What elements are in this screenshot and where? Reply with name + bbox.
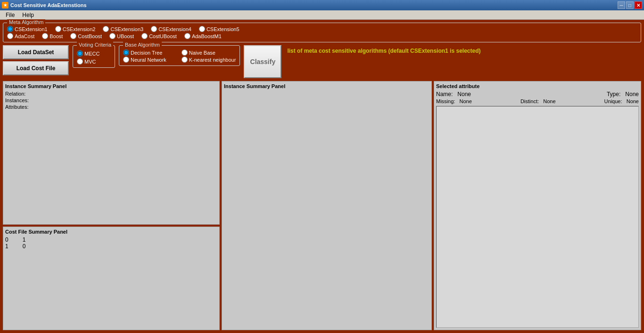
- close-button[interactable]: ✕: [635, 1, 642, 9]
- radio-neural-network[interactable]: Neural Network: [123, 57, 178, 63]
- attr-missing-value: None: [460, 98, 472, 104]
- relation-field: Relation:: [5, 91, 217, 97]
- bottom-panels: Instance Summary Panel Relation: Instanc…: [3, 81, 641, 330]
- cost-file-summary-title: Cost File Summary Panel: [5, 229, 217, 235]
- meta-algorithm-row2: AdaCost Boost CostBoost UBoost CostUBoos…: [7, 33, 637, 39]
- radio-csext4-input[interactable]: [151, 26, 157, 32]
- base-algorithm-group: Base Algorithm Decision Tree Naive Base …: [119, 45, 240, 66]
- maximize-button[interactable]: □: [626, 1, 634, 9]
- attr-unique-value: None: [627, 98, 639, 104]
- radio-decision-tree[interactable]: Decision Tree: [123, 49, 178, 56]
- radio-csext5-input[interactable]: [199, 26, 205, 32]
- radio-knn[interactable]: K-nearest neighbour: [182, 57, 236, 63]
- selected-attribute-panel: Selected attribute Name: None Type: None: [434, 81, 641, 330]
- annotation-text: list of meta cost sensitive algorithms (…: [285, 45, 641, 57]
- panel-left: Instance Summary Panel Relation: Instanc…: [3, 81, 220, 330]
- cost-row-header: 0 1: [5, 236, 217, 243]
- button-panel: Load DataSet Load Cost File: [3, 45, 69, 75]
- controls-row: Load DataSet Load Cost File Voting Crite…: [3, 45, 641, 78]
- radio-boost-input[interactable]: [42, 33, 48, 39]
- radio-mvc[interactable]: MVC: [77, 58, 111, 65]
- attributes-field: Attributes:: [5, 104, 217, 110]
- menu-bar: File Help: [0, 10, 644, 20]
- meta-algorithm-row1: CSExtension1 CSExtension2 CSExtension3 C…: [7, 26, 637, 32]
- instance-summary-center-title: Instance Summary Panel: [224, 83, 429, 89]
- load-dataset-button[interactable]: Load DataSet: [3, 45, 69, 59]
- attr-header-row2: Missing: None Distinct: None Unique: Non…: [436, 98, 639, 104]
- radio-adacost[interactable]: AdaCost: [7, 33, 34, 39]
- cost-cell-1-1: 0: [23, 243, 26, 250]
- radio-dt-input[interactable]: [123, 49, 129, 56]
- cost-table: 0 1 1 0: [5, 236, 217, 250]
- radio-csext2-input[interactable]: [55, 26, 61, 32]
- radio-nb-input[interactable]: [182, 49, 188, 56]
- radio-naive-base[interactable]: Naive Base: [182, 49, 236, 56]
- radio-csext2[interactable]: CSExtension2: [55, 26, 96, 32]
- radio-csext3[interactable]: CSExtension3: [103, 26, 143, 32]
- radio-nn-input[interactable]: [123, 57, 129, 63]
- title-bar: ★ Cost Sensitive AdaExtenstions ─ □ ✕: [0, 0, 644, 10]
- cost-row-data: 1 0: [5, 243, 217, 250]
- radio-costboost-input[interactable]: [70, 33, 76, 39]
- radio-csext1-input[interactable]: [7, 26, 13, 32]
- radio-uboost-input[interactable]: [109, 33, 116, 39]
- panel-center: Instance Summary Panel: [222, 81, 432, 330]
- panel-right: Selected attribute Name: None Type: None: [434, 81, 641, 330]
- voting-criteria-group: Voting Criteria MECC MVC: [73, 45, 115, 68]
- main-content: Meta Algorithm CSExtension1 CSExtension2…: [0, 20, 644, 333]
- selected-attribute-title: Selected attribute: [436, 83, 639, 89]
- menu-help[interactable]: Help: [18, 11, 38, 19]
- radio-costuboost-input[interactable]: [141, 33, 148, 39]
- attr-unique-label: Unique: None: [604, 98, 639, 104]
- radio-adaboostm1-input[interactable]: [184, 33, 190, 39]
- radio-knn-input[interactable]: [182, 57, 188, 63]
- instance-summary-left: Instance Summary Panel Relation: Instanc…: [3, 81, 220, 225]
- attr-missing-label: Missing: None: [436, 98, 472, 104]
- radio-costboost[interactable]: CostBoost: [70, 33, 102, 39]
- app-icon: ★: [2, 2, 8, 8]
- base-algorithm-label: Base Algorithm: [123, 42, 162, 48]
- meta-algorithm-label: Meta Algorithm: [7, 19, 45, 25]
- radio-csext4[interactable]: CSExtension4: [151, 26, 191, 32]
- title-bar-left: ★ Cost Sensitive AdaExtenstions: [2, 2, 87, 8]
- cost-col0-header: 0: [5, 236, 8, 243]
- radio-mvc-input[interactable]: [77, 58, 83, 65]
- menu-file[interactable]: File: [2, 11, 18, 19]
- title-bar-text: Cost Sensitive AdaExtenstions: [10, 2, 87, 8]
- attribute-display-area: [436, 106, 639, 328]
- radio-csext3-input[interactable]: [103, 26, 109, 32]
- attr-header-row1: Name: None Type: None: [436, 91, 639, 97]
- base-algo-grid: Decision Tree Naive Base Neural Network …: [123, 49, 236, 63]
- attr-name-value: None: [457, 91, 471, 97]
- classify-button[interactable]: Classify: [244, 45, 281, 78]
- cost-cell-1-0: 1: [5, 243, 8, 250]
- attr-type-value: None: [625, 91, 639, 97]
- radio-boost[interactable]: Boost: [42, 33, 63, 39]
- cost-file-summary-panel: Cost File Summary Panel 0 1 1 0: [3, 227, 220, 330]
- radio-mecc-input[interactable]: [77, 50, 83, 57]
- radio-adaboostm1[interactable]: AdaBoostM1: [184, 33, 222, 39]
- attr-type-label: Type: None: [607, 91, 639, 97]
- radio-adacost-input[interactable]: [7, 33, 13, 39]
- radio-csext5[interactable]: CSExtension5: [199, 26, 239, 32]
- voting-criteria-label: Voting Criteria: [77, 42, 113, 48]
- radio-uboost[interactable]: UBoost: [109, 33, 134, 39]
- meta-algorithm-group: Meta Algorithm CSExtension1 CSExtension2…: [3, 23, 641, 42]
- instance-summary-center: Instance Summary Panel: [222, 81, 432, 330]
- instances-field: Instances:: [5, 97, 217, 103]
- radio-mecc[interactable]: MECC: [77, 50, 111, 57]
- instance-summary-left-title: Instance Summary Panel: [5, 83, 217, 89]
- minimize-button[interactable]: ─: [618, 1, 625, 9]
- radio-costuboost[interactable]: CostUBoost: [141, 33, 177, 39]
- attr-name-label: Name: None: [436, 91, 471, 97]
- attr-distinct-value: None: [543, 98, 555, 104]
- title-bar-controls[interactable]: ─ □ ✕: [618, 1, 642, 9]
- radio-csext1[interactable]: CSExtension1: [7, 26, 48, 32]
- attr-distinct-label: Distinct: None: [520, 98, 556, 104]
- load-cost-file-button[interactable]: Load Cost File: [3, 61, 69, 75]
- cost-col1-header: 1: [23, 236, 26, 243]
